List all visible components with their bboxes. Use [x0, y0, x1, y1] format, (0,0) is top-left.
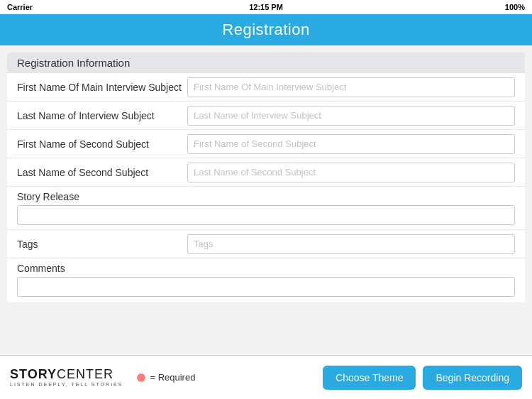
- story-release-input[interactable]: [17, 205, 515, 225]
- last-name-second-row: Last Name of Second Subject: [7, 158, 525, 187]
- begin-recording-button[interactable]: Begin Recording: [423, 366, 522, 390]
- last-name-second-label: Last Name of Second Subject: [17, 167, 187, 178]
- tags-row: Tags: [7, 230, 525, 258]
- status-bar: Carrier 12:15 PM 100%: [0, 0, 532, 14]
- section-header: Registration Information: [7, 53, 525, 73]
- choose-theme-button[interactable]: Choose Theme: [323, 366, 416, 390]
- carrier-label: Carrier: [7, 3, 33, 11]
- story-release-label: Story Release: [17, 191, 515, 202]
- tags-input[interactable]: [187, 234, 515, 254]
- last-name-main-input[interactable]: [187, 106, 515, 126]
- time-label: 12:15 PM: [249, 3, 283, 11]
- battery-label: 100%: [505, 3, 525, 11]
- story-release-block: Story Release: [7, 187, 525, 230]
- comments-input[interactable]: [17, 277, 515, 297]
- logo-story: STORY: [10, 367, 57, 381]
- required-dot-icon: [137, 373, 145, 382]
- header: Registration: [0, 14, 532, 45]
- comments-label: Comments: [17, 263, 515, 274]
- last-name-second-input[interactable]: [187, 163, 515, 182]
- first-name-main-row: First Name Of Main Interview Subject: [7, 73, 525, 102]
- first-name-second-row: First Name of Second Subject: [7, 130, 525, 158]
- last-name-main-label: Last Name of Interview Subject: [17, 110, 187, 121]
- first-name-main-label: First Name Of Main Interview Subject: [17, 82, 187, 93]
- footer-buttons: Choose Theme Begin Recording: [323, 366, 522, 390]
- logo: STORYCENTER LISTEN DEEPLY, TELL STORIES: [10, 368, 123, 387]
- first-name-main-input[interactable]: [187, 77, 515, 97]
- logo-tagline: LISTEN DEEPLY, TELL STORIES: [10, 382, 123, 387]
- form-fields: First Name Of Main Interview Subject Las…: [7, 73, 525, 302]
- page-title: Registration: [222, 21, 309, 39]
- comments-block: Comments: [7, 258, 525, 302]
- logo-center: CENTER: [57, 367, 113, 381]
- footer: STORYCENTER LISTEN DEEPLY, TELL STORIES …: [0, 355, 532, 399]
- first-name-second-label: First Name of Second Subject: [17, 138, 187, 150]
- registration-form: Registration Information First Name Of M…: [7, 53, 525, 302]
- logo-text: STORYCENTER: [10, 368, 113, 381]
- last-name-main-row: Last Name of Interview Subject: [7, 102, 525, 130]
- first-name-second-input[interactable]: [187, 134, 515, 154]
- required-note: = Required: [137, 372, 195, 383]
- required-note-text: = Required: [150, 372, 195, 383]
- tags-label: Tags: [17, 239, 187, 250]
